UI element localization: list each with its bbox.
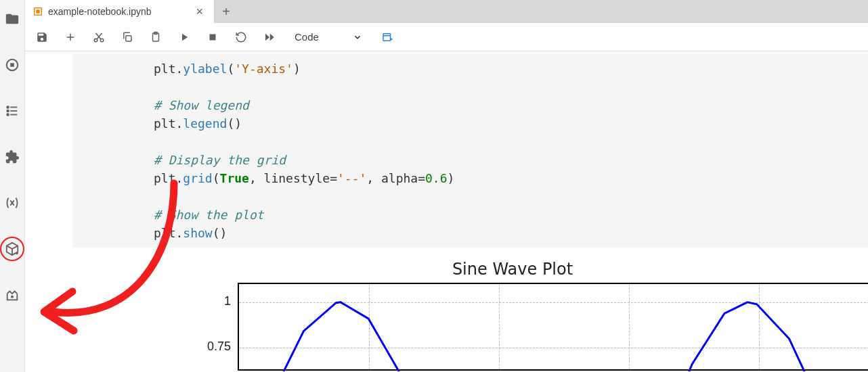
toc-icon[interactable] (0, 99, 24, 123)
svg-point-8 (12, 296, 13, 298)
stop-button[interactable] (205, 30, 220, 45)
save-button[interactable] (35, 30, 49, 45)
tab-bar: example-notebook.ipynb × + (25, 0, 868, 23)
svg-point-2 (7, 106, 9, 108)
notebook-toolbar: Code (25, 23, 868, 51)
ytick: 1 (190, 294, 231, 308)
render-side-button[interactable] (380, 30, 395, 45)
tab-notebook[interactable]: example-notebook.ipynb × (25, 0, 215, 23)
folder-icon[interactable] (0, 7, 24, 31)
close-icon[interactable]: × (193, 5, 206, 18)
chart-title: Sine Wave Plot (154, 260, 868, 279)
svg-rect-19 (210, 34, 216, 40)
cell-type-label: Code (295, 31, 319, 43)
notebook-file-icon (33, 7, 43, 16)
extensions-icon[interactable] (0, 145, 24, 169)
paste-button[interactable] (148, 30, 163, 45)
restart-button[interactable] (234, 30, 248, 45)
svg-point-6 (7, 114, 9, 116)
svg-line-15 (96, 33, 102, 39)
tab-title: example-notebook.ipynb (48, 6, 152, 17)
svg-line-14 (97, 33, 102, 39)
chart-output: Sine Wave Plot 1 0.75 (25, 260, 868, 371)
svg-point-4 (7, 110, 9, 112)
run-button[interactable] (177, 30, 192, 45)
running-icon[interactable] (0, 53, 24, 77)
notebook-content[interactable]: plt.ylabel('Y-axis') # Show legend plt.l… (25, 51, 868, 372)
ytick: 0.75 (190, 340, 231, 354)
restart-run-all-button[interactable] (262, 30, 277, 45)
code-cell[interactable]: plt.ylabel('Y-axis') # Show legend plt.l… (72, 54, 868, 248)
svg-rect-1 (10, 63, 14, 67)
activity-sidebar (0, 0, 25, 372)
variables-icon[interactable] (0, 191, 24, 215)
images-icon[interactable] (0, 283, 24, 307)
svg-rect-20 (383, 33, 391, 41)
chevron-down-icon (353, 32, 362, 42)
cut-button[interactable] (91, 30, 106, 45)
add-tab-button[interactable]: + (215, 0, 238, 23)
chart-axes (238, 283, 868, 371)
add-cell-button[interactable] (63, 30, 78, 45)
cell-type-select[interactable]: Code (290, 30, 366, 44)
chart-line (239, 284, 868, 371)
package-icon[interactable] (0, 237, 24, 261)
svg-rect-16 (126, 35, 131, 41)
copy-button[interactable] (120, 30, 135, 45)
